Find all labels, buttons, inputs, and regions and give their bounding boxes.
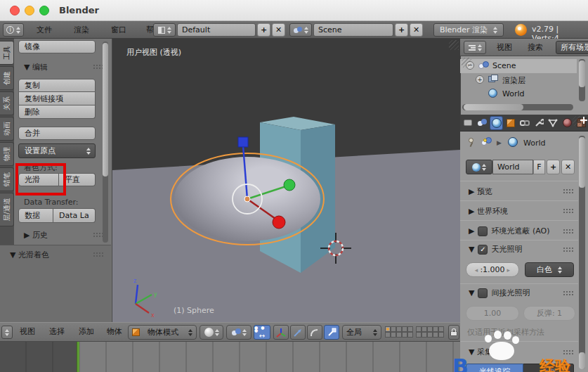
duplicate-button[interactable]: 复制	[18, 79, 96, 92]
gizmo-z-handle[interactable]	[238, 137, 248, 147]
menu-view[interactable]: 视图	[20, 326, 35, 337]
tab-object-icon[interactable]	[504, 116, 517, 130]
menu-add[interactable]: 添加	[79, 326, 94, 337]
cursor-3d-icon[interactable]	[320, 233, 351, 264]
new-world-button[interactable]: +	[547, 160, 560, 174]
panel-grip[interactable]	[563, 349, 573, 354]
mirror-button[interactable]: 镜像	[18, 40, 96, 53]
pin-icon[interactable]	[467, 138, 476, 147]
world-panel-header[interactable]: ▶ 世界环境	[469, 206, 508, 217]
manipulator-toggle-button[interactable]	[273, 325, 289, 340]
render-engine-dropdown[interactable]: Blender 渲染	[433, 23, 504, 37]
panel-grip[interactable]	[93, 232, 103, 237]
screen-layout-field[interactable]: Default	[177, 23, 256, 37]
world-browse-button[interactable]	[466, 160, 492, 174]
panel-grip[interactable]	[93, 64, 103, 69]
editor-type-button[interactable]: i	[3, 23, 24, 37]
shading-dropdown[interactable]	[200, 325, 223, 340]
menu-object[interactable]: 物体	[107, 326, 122, 337]
editor-type-button[interactable]	[1, 326, 13, 339]
history-panel-header[interactable]: ▶ 历史	[24, 230, 48, 240]
panel-grip[interactable]	[563, 188, 573, 193]
close-layout-button[interactable]: ✕	[272, 23, 285, 37]
gather-approximate-button[interactable]: 近似	[523, 364, 574, 372]
preview-panel-header[interactable]: ▶ 预览	[469, 186, 492, 197]
tool-shelf-scrollbar[interactable]	[103, 41, 108, 243]
indirect-panel-header[interactable]: ▼ 间接光照明	[469, 288, 530, 298]
ao-panel-header[interactable]: ▶ 环境光遮蔽 (AO)	[469, 226, 550, 236]
gizmo-z-axis[interactable]	[243, 146, 247, 199]
panel-grip[interactable]	[563, 247, 573, 252]
panel-grip[interactable]	[563, 229, 573, 233]
gizmo-x-handle[interactable]	[273, 216, 285, 229]
indirect-energy-slider[interactable]: 1.00	[466, 306, 519, 321]
gather-panel-header[interactable]: ▼ 采集	[469, 347, 492, 357]
minimize-window-button[interactable]	[25, 6, 34, 15]
tab-create[interactable]: 创建	[0, 66, 14, 90]
menu-select[interactable]: 选择	[49, 326, 65, 337]
outliner-filter-dropdown[interactable]: 所有场景	[556, 41, 588, 54]
menu-file[interactable]: 文件	[37, 25, 52, 35]
properties-scrollbar[interactable]	[579, 136, 585, 369]
env-color-dropdown[interactable]: 白色	[525, 262, 574, 277]
panel-grip[interactable]	[93, 252, 103, 257]
close-window-button[interactable]	[10, 6, 20, 15]
world-name-field[interactable]: World	[492, 160, 533, 174]
expand-icon[interactable]: +	[476, 75, 484, 84]
gizmo-y-axis[interactable]	[247, 186, 286, 199]
manipulate-centers-toggle[interactable]: ● ● ● ↔	[254, 325, 270, 340]
menu-render[interactable]: 渲染	[74, 25, 89, 35]
rotate-manipulator-button[interactable]	[307, 325, 322, 340]
fake-user-button[interactable]: F	[533, 160, 545, 174]
outliner-vscrollbar[interactable]	[579, 59, 585, 101]
bounces-slider[interactable]: 反弹: 1	[523, 306, 575, 321]
orientation-dropdown[interactable]: 全局	[342, 325, 381, 340]
data-layout-button[interactable]: Data La	[53, 208, 96, 223]
env-lighting-checkbox[interactable]: ✓	[478, 245, 488, 255]
operator-panel-header[interactable]: ▼ 光滑着色	[10, 250, 49, 260]
lock-to-scene-button[interactable]	[448, 325, 459, 340]
panel-grip[interactable]	[563, 290, 573, 295]
timeline-playhead[interactable]	[77, 342, 79, 372]
close-scene-button[interactable]: ✕	[410, 23, 423, 37]
tab-layers-channels[interactable]: 层/通道	[0, 193, 14, 226]
maximize-window-button[interactable]	[39, 6, 49, 15]
join-button[interactable]: 合并	[18, 127, 96, 140]
translate-manipulator-button[interactable]	[290, 325, 306, 340]
tab-render-icon[interactable]	[462, 116, 474, 130]
screen-layout-button[interactable]	[153, 23, 176, 37]
edit-panel-header[interactable]: ▼ 编辑	[24, 62, 48, 72]
gizmo-y-handle[interactable]	[284, 179, 295, 191]
tab-scene-icon[interactable]	[476, 116, 488, 130]
data-button[interactable]: 数据	[18, 208, 53, 223]
delete-button[interactable]: 删除	[18, 105, 96, 119]
scene-browse-button[interactable]	[289, 23, 312, 37]
viewport-3d[interactable]: y x z 用户视图 (透视) (1) Sphere	[112, 39, 460, 322]
duplicate-linked-button[interactable]: 复制链接项	[18, 92, 96, 105]
unlink-world-button[interactable]: ✕	[561, 160, 575, 174]
tree-row-scene[interactable]: − Scene	[460, 59, 577, 73]
indirect-checkbox[interactable]	[478, 288, 488, 298]
menu-outliner-search[interactable]: 搜索	[528, 42, 543, 53]
tab-constraints-icon[interactable]	[518, 116, 531, 130]
tab-object-data-icon[interactable]	[547, 116, 559, 130]
slider-left-arrow-icon[interactable]: ◂	[475, 267, 478, 274]
mode-dropdown[interactable]: 物体模式	[128, 325, 197, 340]
menu-window[interactable]: 窗口	[111, 25, 126, 35]
layers-grid-right[interactable]	[416, 326, 444, 338]
layers-grid-left[interactable]	[385, 326, 413, 338]
ao-checkbox[interactable]	[478, 226, 488, 236]
tab-grease-pencil[interactable]: 蜡笔	[0, 167, 14, 191]
env-energy-slider[interactable]: ◂ :1.000 ▸	[466, 262, 519, 277]
scene-name-field[interactable]: Scene	[313, 23, 393, 37]
pivot-point-dropdown[interactable]	[226, 325, 251, 340]
tab-modifiers-icon[interactable]	[533, 116, 545, 130]
gather-raytrace-button[interactable]: 光线追踪	[466, 364, 523, 372]
tab-relations[interactable]: 关系	[0, 91, 14, 115]
tree-row-world[interactable]: World	[460, 87, 577, 101]
tab-animation[interactable]: 动画	[0, 117, 14, 141]
set-origin-dropdown[interactable]: 设置原点	[18, 143, 96, 158]
env-lighting-panel-header[interactable]: ▼ ✓ 天光照明	[469, 244, 522, 255]
tree-row-renderlayers[interactable]: + 渲染层	[460, 73, 577, 87]
tab-world-icon[interactable]	[490, 116, 502, 130]
